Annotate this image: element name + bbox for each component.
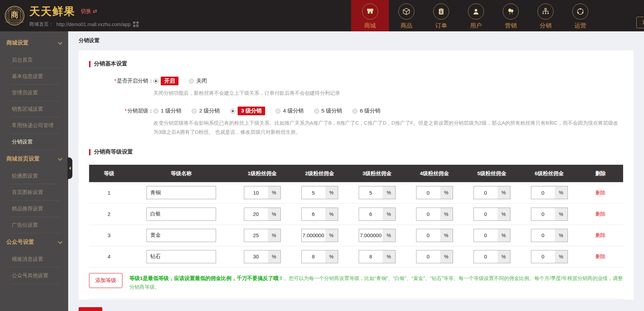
commission-input-row3-level1[interactable] <box>244 229 268 242</box>
percent-addon: % <box>555 229 567 242</box>
percent-addon: % <box>498 229 510 242</box>
sidebar-item-首页图标设置[interactable]: 首页图标设置 <box>0 184 68 201</box>
nav-item-goods[interactable]: 商品 <box>389 0 424 31</box>
nav-item-orders[interactable]: 订单 <box>424 0 459 31</box>
distribution-level-option-2[interactable]: 2 级分销 <box>192 107 220 115</box>
qr-code-icon[interactable] <box>133 22 138 27</box>
sidebar-collapse-handle[interactable] <box>67 157 72 179</box>
commission-input-row2-level1[interactable] <box>244 208 268 220</box>
commission-input-row1-level1[interactable] <box>244 186 268 199</box>
commission-input-row3-level2[interactable] <box>302 229 325 242</box>
commission-input-group: % <box>474 208 510 221</box>
sidebar-group-公众号设置[interactable]: 公众号设置 <box>0 233 68 251</box>
commission-input-row4-level5[interactable] <box>474 250 498 263</box>
delete-grade-link-1[interactable]: 删除 <box>596 190 606 195</box>
commission-input-group: % <box>416 186 453 199</box>
enable-distribution-option-2[interactable]: 关闭 <box>189 77 207 85</box>
commission-input-row4-level4[interactable] <box>416 250 440 263</box>
radio-unchecked-icon[interactable] <box>153 109 158 114</box>
grade-name-input-1[interactable] <box>146 186 216 199</box>
commission-input-row2-level2[interactable] <box>302 208 325 220</box>
chevron-down-icon <box>58 240 63 244</box>
sidebar-group-商城设置[interactable]: 商城设置 <box>0 34 68 52</box>
sidebar-item-轮播图设置[interactable]: 轮播图设置 <box>0 168 68 184</box>
distribution-level-option-label: 6 级分销 <box>360 107 380 115</box>
sidebar-group-商城首页设置[interactable]: 商城首页设置 <box>0 150 68 168</box>
radio-unchecked-icon[interactable] <box>189 79 194 84</box>
switch-shop-link[interactable]: 切换 ⇄ <box>81 8 97 15</box>
commission-input-row4-level1[interactable] <box>244 250 268 263</box>
sidebar-item-后台首页[interactable]: 后台首页 <box>0 52 68 68</box>
grade-row-2: 2%%%%%%删除 <box>89 203 623 225</box>
commission-input-row4-level2[interactable] <box>302 250 325 263</box>
sidebar-item-基本信息设置[interactable]: 基本信息设置 <box>0 68 68 85</box>
enable-distribution-option-1[interactable]: 开启 <box>153 77 178 85</box>
delete-grade-link-3[interactable]: 删除 <box>596 232 606 238</box>
nav-item-operation[interactable]: 运营 <box>563 0 598 31</box>
save-button[interactable]: 保存 <box>79 307 102 311</box>
commission-input-group: % <box>244 186 281 199</box>
nav-item-distribution[interactable]: 分销 <box>528 0 563 31</box>
radio-unchecked-icon[interactable] <box>352 109 357 114</box>
grade-name-input-4[interactable] <box>146 250 216 263</box>
add-grade-row: 添加等级 等级1是最低等级，应该设置最低的佣金比例，千万不要搞反了哦！。您可以为… <box>89 267 623 299</box>
distribution-level-option-label: 1 级分销 <box>161 107 181 115</box>
logout-button[interactable]: 退出 <box>636 17 644 28</box>
required-mark: * <box>114 78 116 84</box>
sidebar-item-销售区域设置[interactable]: 销售区域设置 <box>0 101 68 117</box>
commission-input-row2-level6[interactable] <box>531 208 555 220</box>
sidebar-item-广告位设置[interactable]: 广告位设置 <box>0 217 68 233</box>
commission-input-row1-level6[interactable] <box>531 186 555 199</box>
radio-checked-icon[interactable] <box>230 109 235 114</box>
delete-grade-link-2[interactable]: 删除 <box>596 211 606 217</box>
commission-input-row3-level3[interactable] <box>359 229 383 242</box>
percent-addon: % <box>498 250 510 263</box>
sidebar-item-精品推荐设置[interactable]: 精品推荐设置 <box>0 201 68 217</box>
commission-input-group: % <box>416 208 453 221</box>
grade-table: 等级等级名称1级粉丝佣金2级粉丝佣金3级粉丝佣金4级粉丝佣金5级粉丝佣金6级粉丝… <box>89 165 623 299</box>
commission-input-row2-level3[interactable] <box>359 208 383 220</box>
logo-character: 商 <box>9 10 21 20</box>
grade-row-4: 4%%%%%%删除 <box>89 246 623 267</box>
commission-input-group: % <box>301 229 338 242</box>
percent-addon: % <box>440 186 453 199</box>
distribution-level-option-label: 5 级分销 <box>321 107 342 115</box>
sidebar-item-分销设置[interactable]: 分销设置 <box>0 134 68 150</box>
commission-input-row3-level6[interactable] <box>531 229 555 242</box>
commission-input-row4-level3[interactable] <box>359 250 383 263</box>
radio-unchecked-icon[interactable] <box>276 109 280 114</box>
sidebar-item-常用快递公司管理[interactable]: 常用快递公司管理 <box>0 117 68 134</box>
radio-checked-icon[interactable] <box>153 79 158 84</box>
sidebar-item-公众号其他设置[interactable]: 公众号其他设置 <box>0 267 68 284</box>
grade-name-input-2[interactable] <box>146 208 216 221</box>
distribution-level-option-6[interactable]: 6 级分销 <box>352 107 380 115</box>
sidebar-group-label: 公众号设置 <box>6 239 34 246</box>
enable-distribution-option-label: 开启 <box>161 77 178 85</box>
commission-input-row3-level4[interactable] <box>416 229 440 242</box>
add-grade-button[interactable]: 添加等级 <box>89 273 122 288</box>
radio-unchecked-icon[interactable] <box>192 109 197 114</box>
nav-item-mall[interactable]: 商城 <box>351 0 389 31</box>
sidebar-item-模板消息设置[interactable]: 模板消息设置 <box>0 251 68 267</box>
nav-item-users[interactable]: 用户 <box>459 0 493 31</box>
commission-input-group: % <box>474 186 510 199</box>
distribution-level-option-4[interactable]: 4 级分销 <box>276 107 303 115</box>
distribution-level-option-5[interactable]: 5 级分销 <box>314 107 342 115</box>
nav-item-marketing[interactable]: 营销 <box>493 0 528 31</box>
sidebar-item-管理员设置[interactable]: 管理员设置 <box>0 85 68 101</box>
commission-input-row1-level5[interactable] <box>474 186 498 199</box>
grade-name-input-3[interactable] <box>146 229 216 242</box>
delete-grade-link-4[interactable]: 删除 <box>596 254 606 259</box>
commission-input-row2-level4[interactable] <box>416 208 440 220</box>
commission-input-row1-level4[interactable] <box>416 186 440 199</box>
commission-input-row1-level2[interactable] <box>302 186 325 199</box>
level-label: *分销层级： <box>89 108 153 114</box>
commission-input-row4-level6[interactable] <box>531 250 555 263</box>
radio-unchecked-icon[interactable] <box>314 109 319 114</box>
commission-input-row2-level5[interactable] <box>474 208 498 220</box>
column-header-3级粉丝佣金: 3级粉丝佣金 <box>348 165 406 182</box>
commission-input-row3-level5[interactable] <box>474 229 498 242</box>
distribution-level-option-3[interactable]: 3 级分销 <box>230 107 265 115</box>
commission-input-row1-level3[interactable] <box>359 186 383 199</box>
distribution-level-option-1[interactable]: 1 级分销 <box>153 107 181 115</box>
